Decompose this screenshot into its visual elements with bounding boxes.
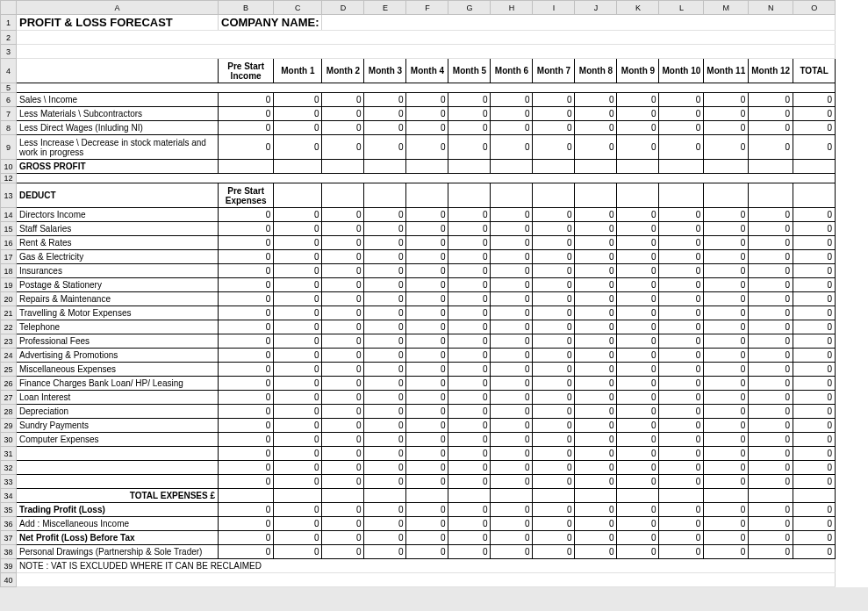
value-cell[interactable]: 0 <box>364 121 406 135</box>
value-cell[interactable]: 0 <box>219 320 274 334</box>
value-cell[interactable]: 0 <box>364 531 406 545</box>
row-header[interactable]: 31 <box>1 447 17 461</box>
value-cell[interactable]: 0 <box>219 334 274 349</box>
value-cell[interactable]: 0 <box>322 107 364 121</box>
row-label[interactable]: Rent & Rates <box>17 236 219 250</box>
empty-cell[interactable] <box>575 489 617 503</box>
value-cell[interactable]: 0 <box>448 447 491 461</box>
value-cell[interactable]: 0 <box>617 447 659 461</box>
value-cell[interactable]: 0 <box>659 107 704 121</box>
value-cell[interactable]: 0 <box>322 135 364 160</box>
value-cell[interactable]: 0 <box>749 236 793 250</box>
row-label[interactable] <box>17 461 219 475</box>
row-header[interactable]: 2 <box>1 31 17 45</box>
value-cell[interactable]: 0 <box>749 222 793 236</box>
row-header[interactable]: 29 <box>1 419 17 433</box>
value-cell[interactable]: 0 <box>575 545 617 559</box>
value-cell[interactable]: 0 <box>533 236 575 250</box>
value-cell[interactable]: 0 <box>659 433 704 447</box>
row-header[interactable]: 39 <box>1 559 17 573</box>
total-expenses-label[interactable]: TOTAL EXPENSES £ <box>17 489 219 503</box>
row-header[interactable]: 28 <box>1 405 17 419</box>
header-month[interactable]: Month 6 <box>491 59 533 83</box>
value-cell[interactable]: 0 <box>533 107 575 121</box>
value-cell[interactable]: 0 <box>793 278 836 292</box>
value-cell[interactable]: 0 <box>274 264 322 278</box>
empty-cell[interactable] <box>793 183 836 208</box>
value-cell[interactable]: 0 <box>659 405 704 419</box>
value-cell[interactable]: 0 <box>575 222 617 236</box>
row-label[interactable]: Trading Profit (Loss) <box>17 503 219 517</box>
row-label[interactable]: Gas & Electricity <box>17 250 219 264</box>
deduct-label[interactable]: DEDUCT <box>17 183 219 208</box>
value-cell[interactable]: 0 <box>749 503 793 517</box>
empty-cell[interactable] <box>491 160 533 174</box>
header-prestart-income[interactable]: Pre Start Income <box>219 59 274 83</box>
value-cell[interactable]: 0 <box>448 517 491 531</box>
value-cell[interactable]: 0 <box>533 264 575 278</box>
value-cell[interactable]: 0 <box>793 419 836 433</box>
header-month[interactable]: Month 7 <box>533 59 575 83</box>
value-cell[interactable]: 0 <box>491 292 533 306</box>
value-cell[interactable]: 0 <box>793 208 836 222</box>
value-cell[interactable]: 0 <box>533 405 575 419</box>
col-header[interactable]: I <box>533 1 575 15</box>
value-cell[interactable]: 0 <box>406 292 448 306</box>
value-cell[interactable]: 0 <box>659 93 704 107</box>
value-cell[interactable]: 0 <box>659 377 704 391</box>
value-cell[interactable]: 0 <box>793 107 836 121</box>
value-cell[interactable]: 0 <box>659 531 704 545</box>
value-cell[interactable]: 0 <box>659 222 704 236</box>
value-cell[interactable]: 0 <box>274 250 322 264</box>
value-cell[interactable]: 0 <box>749 135 793 160</box>
row-header[interactable]: 20 <box>1 292 17 306</box>
value-cell[interactable]: 0 <box>491 517 533 531</box>
value-cell[interactable]: 0 <box>659 121 704 135</box>
value-cell[interactable]: 0 <box>322 517 364 531</box>
col-header[interactable]: B <box>219 1 274 15</box>
value-cell[interactable]: 0 <box>406 419 448 433</box>
company-name-field[interactable] <box>322 15 836 31</box>
empty-cell[interactable] <box>406 489 448 503</box>
row-label[interactable]: Personal Drawings (Partnership & Sole Tr… <box>17 545 219 559</box>
value-cell[interactable]: 0 <box>406 320 448 334</box>
value-cell[interactable]: 0 <box>219 121 274 135</box>
value-cell[interactable]: 0 <box>749 334 793 349</box>
value-cell[interactable]: 0 <box>406 264 448 278</box>
value-cell[interactable]: 0 <box>704 107 749 121</box>
value-cell[interactable]: 0 <box>364 292 406 306</box>
value-cell[interactable]: 0 <box>704 93 749 107</box>
row-label[interactable]: Miscellaneous Expenses <box>17 363 219 377</box>
value-cell[interactable]: 0 <box>659 334 704 349</box>
value-cell[interactable]: 0 <box>322 208 364 222</box>
row-header[interactable]: 24 <box>1 349 17 363</box>
value-cell[interactable]: 0 <box>274 135 322 160</box>
value-cell[interactable]: 0 <box>617 135 659 160</box>
value-cell[interactable]: 0 <box>704 222 749 236</box>
row-header[interactable]: 30 <box>1 433 17 447</box>
value-cell[interactable]: 0 <box>219 447 274 461</box>
value-cell[interactable]: 0 <box>274 222 322 236</box>
value-cell[interactable]: 0 <box>659 517 704 531</box>
value-cell[interactable]: 0 <box>793 349 836 363</box>
value-cell[interactable]: 0 <box>406 93 448 107</box>
value-cell[interactable]: 0 <box>219 236 274 250</box>
row-label[interactable]: Sundry Payments <box>17 419 219 433</box>
value-cell[interactable]: 0 <box>533 278 575 292</box>
value-cell[interactable]: 0 <box>533 306 575 320</box>
value-cell[interactable]: 0 <box>793 264 836 278</box>
value-cell[interactable]: 0 <box>575 208 617 222</box>
value-cell[interactable]: 0 <box>448 334 491 349</box>
value-cell[interactable]: 0 <box>533 349 575 363</box>
value-cell[interactable]: 0 <box>448 121 491 135</box>
row-header[interactable]: 32 <box>1 461 17 475</box>
value-cell[interactable]: 0 <box>793 433 836 447</box>
value-cell[interactable]: 0 <box>617 461 659 475</box>
value-cell[interactable]: 0 <box>448 531 491 545</box>
value-cell[interactable]: 0 <box>575 264 617 278</box>
value-cell[interactable]: 0 <box>274 377 322 391</box>
value-cell[interactable]: 0 <box>491 363 533 377</box>
value-cell[interactable]: 0 <box>219 222 274 236</box>
empty-cell[interactable] <box>274 183 322 208</box>
value-cell[interactable]: 0 <box>793 135 836 160</box>
